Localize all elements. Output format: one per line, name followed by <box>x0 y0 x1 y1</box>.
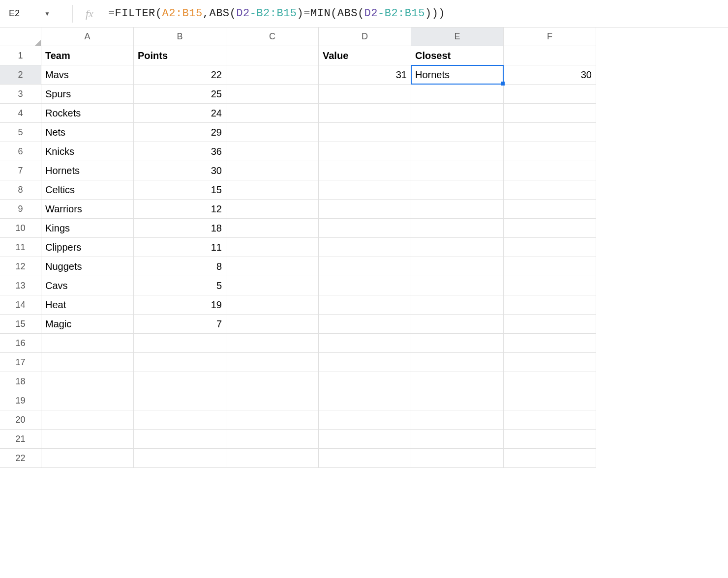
cell-A13[interactable]: Cavs <box>41 276 134 295</box>
cell-D18[interactable] <box>319 372 411 391</box>
row-header-15[interactable]: 15 <box>0 315 41 334</box>
cell-D16[interactable] <box>319 334 411 353</box>
cell-A3[interactable]: Spurs <box>41 85 134 104</box>
cell-E12[interactable] <box>411 257 504 276</box>
cell-B21[interactable] <box>134 430 226 449</box>
row-header-11[interactable]: 11 <box>0 238 41 257</box>
cell-F4[interactable] <box>504 104 596 123</box>
cell-E16[interactable] <box>411 334 504 353</box>
row-header-1[interactable]: 1 <box>0 46 41 65</box>
cell-D12[interactable] <box>319 257 411 276</box>
row-header-17[interactable]: 17 <box>0 353 41 372</box>
cell-F12[interactable] <box>504 257 596 276</box>
cell-F13[interactable] <box>504 276 596 295</box>
cell-D9[interactable] <box>319 200 411 219</box>
cell-B16[interactable] <box>134 334 226 353</box>
cell-C9[interactable] <box>226 200 319 219</box>
name-box[interactable]: E2 ▼ <box>4 5 73 23</box>
cell-B6[interactable]: 36 <box>134 142 226 161</box>
cell-C10[interactable] <box>226 219 319 238</box>
cell-C3[interactable] <box>226 85 319 104</box>
cell-A22[interactable] <box>41 449 134 468</box>
cell-A16[interactable] <box>41 334 134 353</box>
cell-B5[interactable]: 29 <box>134 123 226 142</box>
cell-B11[interactable]: 11 <box>134 238 226 257</box>
cell-B8[interactable]: 15 <box>134 180 226 200</box>
cell-D14[interactable] <box>319 295 411 315</box>
cell-F3[interactable] <box>504 85 596 104</box>
cell-B4[interactable]: 24 <box>134 104 226 123</box>
cell-D4[interactable] <box>319 104 411 123</box>
row-header-13[interactable]: 13 <box>0 276 41 295</box>
cell-A2[interactable]: Mavs <box>41 65 134 85</box>
cell-B17[interactable] <box>134 353 226 372</box>
cell-F1[interactable] <box>504 46 596 65</box>
cell-F6[interactable] <box>504 142 596 161</box>
row-header-22[interactable]: 22 <box>0 449 41 468</box>
cell-B12[interactable]: 8 <box>134 257 226 276</box>
cell-E17[interactable] <box>411 353 504 372</box>
cell-C18[interactable] <box>226 372 319 391</box>
row-header-2[interactable]: 2 <box>0 65 41 85</box>
cell-C12[interactable] <box>226 257 319 276</box>
cell-C5[interactable] <box>226 123 319 142</box>
cell-C16[interactable] <box>226 334 319 353</box>
cell-F14[interactable] <box>504 295 596 315</box>
row-header-7[interactable]: 7 <box>0 161 41 180</box>
row-header-16[interactable]: 16 <box>0 334 41 353</box>
cell-E13[interactable] <box>411 276 504 295</box>
cell-B1[interactable]: Points <box>134 46 226 65</box>
cell-D5[interactable] <box>319 123 411 142</box>
cell-E22[interactable] <box>411 449 504 468</box>
cell-E11[interactable] <box>411 238 504 257</box>
cell-C20[interactable] <box>226 410 319 430</box>
cell-D2[interactable]: 31 <box>319 65 411 85</box>
cell-F15[interactable] <box>504 315 596 334</box>
cell-B14[interactable]: 19 <box>134 295 226 315</box>
cell-C1[interactable] <box>226 46 319 65</box>
cell-A4[interactable]: Rockets <box>41 104 134 123</box>
cell-A12[interactable]: Nuggets <box>41 257 134 276</box>
cell-A5[interactable]: Nets <box>41 123 134 142</box>
cell-A1[interactable]: Team <box>41 46 134 65</box>
row-header-5[interactable]: 5 <box>0 123 41 142</box>
cell-A21[interactable] <box>41 430 134 449</box>
cell-A18[interactable] <box>41 372 134 391</box>
cell-E4[interactable] <box>411 104 504 123</box>
col-header-B[interactable]: B <box>134 28 226 46</box>
cell-F18[interactable] <box>504 372 596 391</box>
row-header-9[interactable]: 9 <box>0 200 41 219</box>
cell-E18[interactable] <box>411 372 504 391</box>
cell-C21[interactable] <box>226 430 319 449</box>
col-header-C[interactable]: C <box>226 28 319 46</box>
cell-D8[interactable] <box>319 180 411 200</box>
cell-F22[interactable] <box>504 449 596 468</box>
cell-E9[interactable] <box>411 200 504 219</box>
cell-D6[interactable] <box>319 142 411 161</box>
cell-E3[interactable] <box>411 85 504 104</box>
cell-D13[interactable] <box>319 276 411 295</box>
cell-A17[interactable] <box>41 353 134 372</box>
row-header-6[interactable]: 6 <box>0 142 41 161</box>
cell-B10[interactable]: 18 <box>134 219 226 238</box>
cell-E7[interactable] <box>411 161 504 180</box>
cell-C11[interactable] <box>226 238 319 257</box>
cell-B2[interactable]: 22 <box>134 65 226 85</box>
row-header-20[interactable]: 20 <box>0 410 41 430</box>
cell-F9[interactable] <box>504 200 596 219</box>
cell-F16[interactable] <box>504 334 596 353</box>
cell-D7[interactable] <box>319 161 411 180</box>
row-header-21[interactable]: 21 <box>0 430 41 449</box>
cell-B7[interactable]: 30 <box>134 161 226 180</box>
cell-D10[interactable] <box>319 219 411 238</box>
row-header-14[interactable]: 14 <box>0 295 41 315</box>
cell-C17[interactable] <box>226 353 319 372</box>
name-box-dropdown-icon[interactable]: ▼ <box>44 10 50 17</box>
cell-F17[interactable] <box>504 353 596 372</box>
cell-E2[interactable]: Hornets <box>411 65 504 85</box>
cell-A19[interactable] <box>41 391 134 410</box>
cell-D17[interactable] <box>319 353 411 372</box>
cell-B3[interactable]: 25 <box>134 85 226 104</box>
cell-D22[interactable] <box>319 449 411 468</box>
cell-F21[interactable] <box>504 430 596 449</box>
